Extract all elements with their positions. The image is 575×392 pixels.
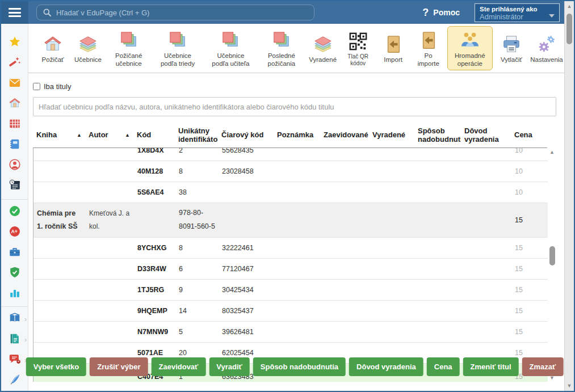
column-header-k-d[interactable]: Kód: [133, 124, 175, 147]
sidebar-item-bar-chart[interactable]: [1, 284, 28, 304]
toolbar-item-import[interactable]: Import: [377, 30, 410, 67]
action-button-zaevidova-[interactable]: Zaevidovať: [152, 357, 206, 376]
toolbar-item-po-importe[interactable]: Po importe: [412, 26, 445, 70]
sidebar-item-person[interactable]: [1, 155, 28, 176]
table-header: Kniha▲Autor▲KódUnikátny identifikátorČia…: [33, 124, 547, 148]
table-row[interactable]: 9HQEMP148032543715: [33, 300, 548, 321]
cell-barcode: 39626481: [219, 321, 274, 342]
toolbar-item-posledn-po-i-ania[interactable]: Posledné požičania: [259, 26, 304, 70]
cell-sposob: [415, 321, 461, 342]
action-button-vyradi-[interactable]: Vyradiť: [209, 357, 250, 376]
column-header-zaevidovan-[interactable]: Zaevidované: [320, 124, 369, 147]
column-header-label: Vyradené: [372, 130, 405, 139]
cell-dovod: [461, 321, 511, 342]
page-scroll-up-icon[interactable]: ▲: [565, 2, 574, 10]
global-search-input[interactable]: [56, 9, 308, 17]
toolbar-item-hromadn-oper-cie[interactable]: Hromadné operácie: [447, 26, 493, 70]
toolbar-item-label: Vytlačiť: [501, 56, 522, 64]
table-row[interactable]: 1X8D4X25562843510: [33, 148, 548, 161]
cell-poznamka: [274, 203, 321, 238]
cell-barcode: 77120467: [219, 258, 274, 279]
stacked-books-icon: [119, 30, 138, 50]
toolbar-item-vyraden-[interactable]: Vyradené: [307, 30, 339, 67]
table-row[interactable]: D33R4W67712046715: [33, 258, 548, 279]
sidebar-item-calendar-clock[interactable]: [1, 176, 28, 196]
stacked-books-icon: [168, 30, 187, 50]
sidebar-item-envelope[interactable]: [1, 74, 28, 94]
cell-kod: 1X8D4X: [134, 148, 175, 161]
sidebar-item-notebook[interactable]: [1, 135, 28, 155]
cell-sposob: [415, 279, 461, 300]
column-header-sp-sob-nadobudnutia[interactable]: Spôsob nadobudnutia: [414, 124, 461, 147]
sidebar-item-chat-bubbles[interactable]: ›: [1, 350, 28, 370]
column-header-pozn-mka[interactable]: Poznámka: [274, 124, 320, 147]
page-scroll-down-icon[interactable]: ▼: [565, 382, 574, 390]
action-button-d-vod-vyradenia[interactable]: Dôvod vyradenia: [349, 357, 423, 376]
only-titles-checkbox[interactable]: [33, 83, 40, 90]
action-button-zmeni-titul[interactable]: Zmeniť titul: [463, 357, 519, 376]
filters: Iba tituly: [28, 73, 564, 116]
page-scrollbar-thumb[interactable]: [566, 14, 572, 44]
table-row[interactable]: 1TJ5RG93042543415: [33, 279, 548, 300]
column-header-unik-tny-identifik-tor[interactable]: Unikátny identifikátor: [175, 124, 218, 147]
sidebar-item-open-book[interactable]: ›: [1, 309, 28, 330]
cell-zaevidovane: [321, 258, 370, 279]
cell-vyradene: [370, 161, 415, 182]
sidebar-item-documents[interactable]: ›: [1, 330, 28, 350]
cell-dovod: [461, 300, 511, 321]
sidebar-item-magic-wand[interactable]: [1, 53, 28, 74]
toolbar-item-u-ebnice-pod-a-triedy[interactable]: Učebnice podľa triedy: [153, 26, 202, 70]
book-search-input[interactable]: [33, 97, 556, 116]
cell-barcode: 32222461: [219, 237, 274, 258]
sidebar-item-pen[interactable]: [1, 370, 28, 391]
sidebar-item-grade-a-plus[interactable]: A+: [1, 222, 28, 243]
sidebar-item-check-circle[interactable]: [1, 201, 28, 222]
hamburger-menu-button[interactable]: [1, 1, 28, 24]
table-row[interactable]: 5S6AE43810: [33, 182, 548, 203]
sidebar-item-house[interactable]: [1, 94, 28, 115]
logged-in-user-dropdown[interactable]: Ste prihlásený ako Administrátor: [475, 3, 560, 22]
toolbar-item-po-i-a-[interactable]: Požičať: [36, 30, 69, 67]
column-header--iarov-k-d[interactable]: Čiarový kód: [218, 124, 274, 147]
table-row[interactable]: Chémia pre 1. ročník SŠKmeťová J. a kol.…: [33, 203, 548, 238]
chevron-right-icon: ›: [24, 336, 27, 344]
toolbar-item-tla-qr-k-dov[interactable]: Tlač QR kódov: [342, 27, 375, 70]
cell-kod: D33R4W: [134, 258, 175, 279]
column-header-vyraden-[interactable]: Vyradené: [369, 124, 414, 147]
toolbar-item-po-i-an-u-ebnice[interactable]: Požičané učebnice: [107, 26, 150, 70]
column-header-autor[interactable]: Autor▲: [85, 124, 133, 147]
cell-uid: 8: [175, 237, 219, 258]
table-scrollbar-thumb[interactable]: [549, 246, 555, 265]
table-row[interactable]: 8YCHXG83222246115: [33, 237, 548, 258]
toolbar-item-u-ebnice-pod-a-u-ite-a[interactable]: Učebnice podľa učiteľa: [205, 26, 257, 70]
action-button-cena[interactable]: Cena: [427, 357, 460, 376]
sidebar-item-star[interactable]: [1, 33, 28, 53]
toolbar-item-u-ebnice[interactable]: Učebnice: [72, 30, 104, 67]
left-sidebar: A+›››: [1, 24, 28, 391]
sidebar-item-briefcase[interactable]: [1, 243, 28, 263]
sidebar-item-timetable-grid[interactable]: [1, 115, 28, 135]
action-button-zru-i-v-ber[interactable]: Zrušiť výber: [90, 357, 148, 376]
topbar: ? Pomoc Ste prihlásený ako Administrátor: [1, 1, 564, 24]
table-row[interactable]: 40M12882302845810: [33, 161, 548, 182]
action-button-vyber-v-etko[interactable]: Vyber všetko: [26, 357, 86, 376]
table-row[interactable]: N7MNW953962648115: [33, 321, 548, 342]
cell-kod: 40M128: [134, 161, 175, 182]
cell-vyradene: [370, 182, 415, 203]
scroll-up-arrow-icon[interactable]: ▲: [548, 149, 556, 155]
cell-poznamka: [274, 161, 321, 182]
cell-vyradene: [370, 300, 415, 321]
envelope-icon: [9, 77, 21, 91]
column-header-kniha[interactable]: Kniha▲: [33, 124, 85, 147]
help-button[interactable]: ? Pomoc: [422, 7, 460, 19]
bar-chart-icon: [9, 286, 21, 301]
toolbar-item-nastavenia[interactable]: Nastavenia: [530, 30, 563, 67]
sidebar-item-shield-check[interactable]: [1, 263, 28, 284]
action-button-sp-sob-nadobudnutia[interactable]: Spôsob nadobudnutia: [253, 357, 346, 376]
cell-cena: 15: [511, 237, 548, 258]
column-header-d-vod-vyradenia[interactable]: Dôvod vyradenia: [461, 124, 511, 147]
column-header-cena[interactable]: Cena: [511, 124, 547, 147]
toolbar-item-vytla-i-[interactable]: Vytlačiť: [495, 30, 528, 67]
action-button-zmaza-[interactable]: Zmazať: [522, 357, 564, 376]
cell-poznamka: [274, 300, 321, 321]
